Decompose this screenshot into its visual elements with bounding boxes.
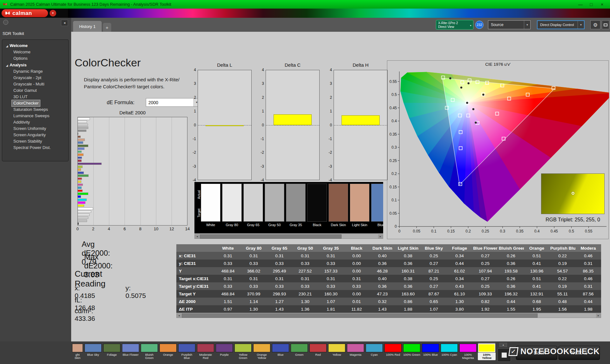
target-row-label: Target — [197, 204, 201, 223]
tab-history-1[interactable]: History 1 — [73, 21, 102, 32]
patch-foliage[interactable]: Foliage — [103, 343, 121, 360]
table-scrollbar[interactable]: ◄ ► — [176, 313, 601, 318]
chevron-down-icon: ▼ — [470, 24, 472, 28]
scroll-left-icon[interactable]: ◄ — [195, 234, 200, 239]
sidebar-item-additivity[interactable]: Additivity — [12, 119, 31, 125]
deltae-bar-white-20 — [78, 220, 87, 222]
next-chevrons-icon: » — [584, 349, 588, 357]
sidebar-item-welcome[interactable]: Welcome — [12, 49, 32, 55]
svg-text:0: 0 — [395, 224, 397, 229]
rainbow-strip — [68, 9, 610, 18]
svg-text:0.25: 0.25 — [390, 158, 397, 163]
sidebar-item-screen-angularity[interactable]: Screen Angularity — [12, 132, 47, 138]
deltae-chart: DeltaE 2000 02468101214 — [78, 110, 187, 232]
sidebar-item-screen-uniformity[interactable]: Screen Uniformity — [12, 125, 48, 132]
sidebar-item-dynamic-range[interactable]: Dynamic Range — [12, 68, 44, 75]
swatch-black: Black — [307, 184, 327, 227]
svg-text:0.2: 0.2 — [465, 229, 471, 233]
close-button[interactable]: × — [597, 2, 607, 7]
rgb-triplet-label: RGB Triplet: 255, 255, 0 — [522, 217, 610, 223]
sidebar-item-colorchecker[interactable]: ColorChecker — [12, 100, 40, 106]
patch-100-blue[interactable]: 100% Blue — [422, 343, 439, 360]
table-row-e-itp: ΔE ITP0.971.301.431.361.8111.821.431.881… — [176, 305, 601, 313]
deltae-bar-bluish-green — [78, 151, 81, 153]
patch-100-green[interactable]: 100% Green — [403, 343, 421, 360]
patch-100-red[interactable]: 100% Red — [384, 343, 402, 360]
maximize-button[interactable]: □ — [586, 2, 597, 7]
cie-panel: CIE 1976 u'v' 00.050.10.150.20.250.30.35… — [387, 60, 609, 239]
deltae-bar-yellow — [78, 181, 81, 183]
patch-cyan[interactable]: Cyan — [365, 343, 383, 360]
deltae-bar-gray-80 — [78, 121, 87, 123]
svg-text:0.3: 0.3 — [500, 229, 505, 233]
patch-green[interactable]: Green — [290, 343, 308, 360]
meter-selector[interactable]: X-Rite i1Pro 2 Direct View ▼ — [436, 20, 473, 30]
patch-orange[interactable]: Orange — [159, 343, 177, 360]
svg-text:0.5: 0.5 — [569, 229, 574, 233]
patch-100-yellow[interactable]: 100% Yellow — [478, 343, 496, 360]
scrollbar-thumb[interactable] — [200, 234, 342, 239]
new-tab-button[interactable]: + — [103, 23, 111, 32]
svg-text:0.35: 0.35 — [390, 132, 397, 137]
workflow-home-button[interactable] — [3, 20, 8, 25]
svg-text:0.55: 0.55 — [390, 79, 397, 84]
patch-100-magenta[interactable]: 100% Magenta — [459, 343, 477, 360]
svg-text:0.05: 0.05 — [390, 211, 397, 216]
sidebar-item-options[interactable]: Options — [12, 55, 29, 62]
patch-purplish-blue[interactable]: Purplish Blue — [178, 343, 196, 360]
patch-magenta[interactable]: Magenta — [347, 343, 364, 360]
patch-moderate-red[interactable]: Moderate Red — [197, 343, 214, 360]
calman-logo: calman — [2, 9, 48, 17]
patch-blue[interactable]: Blue — [272, 343, 289, 360]
sidebar-item-grayscale-2pt[interactable]: Grayscale - 2pt — [12, 75, 43, 81]
source-selector[interactable]: Source ▼ — [488, 20, 531, 29]
settings-button[interactable]: ⚙ — [590, 20, 600, 29]
scroll-right-icon[interactable]: ► — [596, 313, 601, 318]
x-tick-label: 10 — [154, 226, 158, 231]
display-control-selector[interactable]: Direct Display Control ▼ — [537, 20, 585, 29]
table-row-target-y-cie31: Target y:CIE310.330.330.330.330.330.330.… — [176, 282, 601, 290]
tree-section-analysis[interactable]: ◢Analysis — [2, 62, 68, 68]
deltae-bar-dark-skin — [78, 136, 80, 138]
sidebar-collapse-button[interactable]: ◄ — [61, 20, 68, 26]
sidebar-item-grayscale-multi[interactable]: Grayscale - Multi — [12, 81, 46, 87]
stop-measure-button[interactable] — [498, 348, 511, 362]
results-table-wrap: WhiteGray 80Gray 65Gray 50Gray 35BlackDa… — [176, 244, 601, 313]
sidebar-item-saturation-sweeps[interactable]: Saturation Sweeps — [12, 106, 50, 113]
logo-menu-button[interactable]: ▼ — [50, 10, 56, 17]
patch-blue-sky[interactable]: Blue Sky — [84, 343, 102, 360]
patch-blue-flower[interactable]: Blue Flower — [122, 343, 139, 360]
swatch-scrollbar[interactable]: ◄ ► — [194, 234, 383, 239]
svg-text:0.1: 0.1 — [391, 198, 397, 202]
patch-purple[interactable]: Purple — [215, 343, 233, 360]
next-button[interactable]: Next » — [559, 346, 600, 360]
patch-red[interactable]: Red — [309, 343, 327, 360]
sidebar-item-color-gamut[interactable]: Color Gamut — [12, 87, 38, 94]
column-header-bluish-green: Bluish Green — [498, 244, 524, 252]
patch-yellow[interactable]: Yellow — [328, 343, 346, 360]
patch-yellow-green[interactable]: Yellow Green — [234, 343, 252, 360]
patch-ght-skin[interactable]: ght Skin — [72, 343, 83, 360]
scroll-left-icon[interactable]: ◄ — [177, 313, 181, 318]
page-description-line2: Pantone ColorChecker® target colors. — [84, 84, 165, 89]
sidebar-item-spectral-power-dist[interactable]: Spectral Power Dist. — [12, 145, 52, 151]
scroll-right-icon[interactable]: ► — [378, 234, 383, 239]
back-button[interactable]: « Back — [516, 346, 557, 360]
sidebar-item-3d-lut[interactable]: 3D LUT — [12, 94, 29, 100]
sidebar-item-screen-stability[interactable]: Screen Stability — [12, 138, 44, 145]
chevron-down-icon: ▼ — [524, 21, 530, 29]
sidebar-item-luminance-sweeps[interactable]: Luminance Sweeps — [12, 113, 51, 119]
patch-100-cyan[interactable]: 100% Cyan — [440, 343, 458, 360]
minimize-button[interactable]: — — [575, 2, 586, 7]
bottom-bar: ght SkinBlue SkyFoliageBlue FlowerBluish… — [0, 341, 610, 364]
gridline — [109, 117, 109, 225]
patch-scroll-up-button[interactable]: ▲ — [499, 343, 507, 347]
display-settings-button[interactable] — [602, 20, 609, 29]
deltae-bar-cyan — [78, 187, 81, 189]
tree-section-welcome[interactable]: ◢Welcome — [2, 42, 68, 49]
patch-orange-yellow[interactable]: Orange Yellow — [253, 343, 271, 360]
scrollbar-thumb[interactable] — [182, 313, 538, 318]
patch-bluish-green[interactable]: Bluish Green — [140, 343, 158, 360]
chart-title: Delta L — [191, 62, 252, 70]
svg-text:0: 0 — [398, 229, 401, 233]
